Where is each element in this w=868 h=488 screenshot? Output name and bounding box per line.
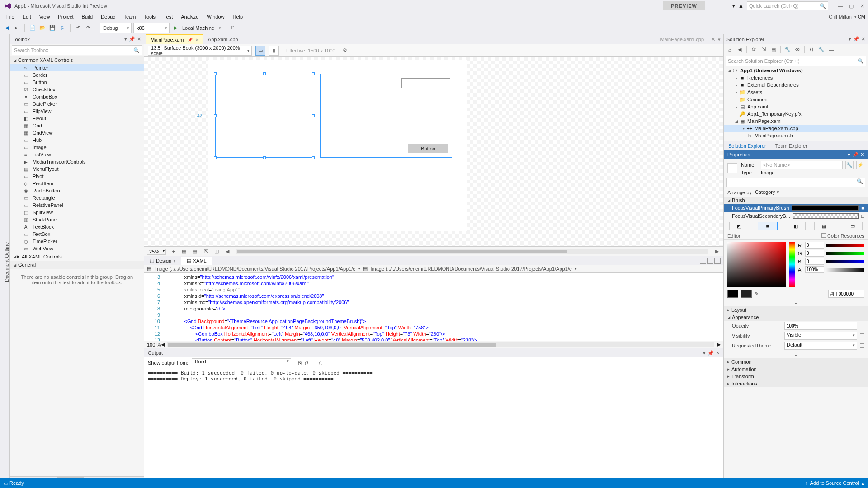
breadcrumb-right[interactable]: Image (../../Users/ericmitt.REDMOND/Docu… [370, 266, 571, 272]
save-all-button[interactable]: ⎘ [58, 24, 66, 32]
wrench-icon[interactable]: 🔧 [845, 161, 854, 169]
show-all-icon[interactable]: ▤ [769, 46, 778, 54]
toolbox-item-listview[interactable]: ≡ListView [10, 151, 144, 158]
expand-icon[interactable]: ▸ [734, 90, 739, 94]
cat-transform[interactable]: Transform [724, 373, 868, 380]
cat-common[interactable]: Common [724, 358, 868, 366]
arrow-left-icon[interactable]: ◀ [161, 342, 165, 347]
doc-tab-preview[interactable]: MainPage.xaml.cpp [656, 34, 708, 44]
a-input[interactable] [805, 266, 824, 273]
brush-primary[interactable]: FocusVisualPrimaryBrush ■ [724, 204, 868, 212]
open-button[interactable]: 📂 [38, 24, 47, 32]
chevron-down-icon[interactable]: ▾ [854, 14, 857, 19]
expand-chevron-icon[interactable]: ⌄ [724, 351, 868, 358]
toolbox-item-gridview[interactable]: ▦GridView [10, 129, 144, 136]
arrow-left-icon[interactable]: ◀ [224, 248, 231, 255]
close-icon[interactable]: ✕ [860, 152, 864, 158]
tree-node[interactable]: ▸■References [724, 74, 868, 81]
menu-edit[interactable]: Edit [19, 13, 35, 21]
solution-search[interactable]: Search Solution Explorer (Ctrl+;) 🔍 [726, 56, 866, 66]
source-control-button[interactable]: Add to Source Control [810, 480, 859, 486]
pin-icon[interactable]: 📌 [853, 36, 859, 42]
pin-icon[interactable]: 📌 [188, 38, 193, 42]
grid-icon[interactable]: ▦ [180, 248, 188, 255]
user-avatar-badge[interactable]: CM [858, 14, 865, 19]
expand-icon[interactable]: ▸ [734, 76, 739, 80]
brush-none-tab[interactable]: ◩ [729, 222, 749, 230]
doc-tab-mainpage-xaml[interactable]: MainPage.xaml 📌 ✕ [146, 34, 203, 44]
home-icon[interactable]: ⌂ [726, 46, 734, 54]
wrench-icon[interactable]: 🔧 [817, 46, 826, 54]
snap-lines-icon[interactable]: ⇱ [202, 248, 209, 255]
menu-project[interactable]: Project [54, 13, 77, 21]
panel-menu-icon[interactable]: ▾ [849, 36, 851, 42]
theme-combo[interactable]: Default [784, 342, 857, 350]
xaml-tab[interactable]: ▤ XAML [181, 257, 212, 265]
b-input[interactable] [805, 258, 824, 265]
split-horizontal-button[interactable] [700, 258, 706, 264]
toolbox-item-border[interactable]: ▭Border [10, 71, 144, 79]
solution-tree[interactable]: ◢⎔App1 (Universal Windows)▸■References▸■… [724, 67, 868, 141]
maximize-button[interactable]: ▢ [847, 2, 855, 10]
toolbox-group-all[interactable]: ▸ All XAML Controls [10, 252, 144, 261]
code-icon[interactable]: ⟨⟩ [807, 46, 816, 54]
events-icon[interactable]: ⚡ [856, 161, 864, 169]
expand-icon[interactable]: ▸ [734, 105, 739, 109]
toolbox-search[interactable]: Search Toolbox 🔍 [12, 45, 142, 55]
code-zoom-label[interactable]: 100 % [147, 342, 161, 347]
close-icon[interactable]: ✕ [137, 36, 141, 42]
quick-launch-input[interactable]: Quick Launch (Ctrl+Q) 🔍 [747, 1, 828, 10]
snap-icon[interactable]: ▤ [191, 248, 198, 255]
toolbox-item-pivot[interactable]: ▭Pivot [10, 173, 144, 180]
fit-icon[interactable]: ⊞ [170, 248, 177, 255]
split-vertical-button[interactable] [707, 258, 713, 264]
prop-marker[interactable] [860, 333, 864, 338]
extra-tool-icon[interactable]: ⚐ [229, 24, 237, 32]
button-element[interactable]: Button [408, 144, 448, 153]
tree-node[interactable]: ▸📁Assets [724, 89, 868, 96]
toolbox-item-pivotitem[interactable]: ◇PivotItem [10, 180, 144, 187]
toolbox-item-pointer[interactable]: ↖Pointer [10, 64, 144, 71]
run-target-label[interactable]: Local Machine [181, 25, 217, 31]
brush-solid-tab[interactable]: ■ [758, 222, 778, 230]
brush-tile-tab[interactable]: ▦ [814, 222, 834, 230]
menu-view[interactable]: View [36, 13, 54, 21]
zoom-combo[interactable]: 25% [147, 249, 166, 255]
config-combo[interactable]: Debug [100, 23, 132, 33]
hex-input[interactable] [828, 290, 864, 298]
hue-slider[interactable] [789, 242, 795, 287]
pin-icon[interactable]: 📌 [129, 36, 135, 42]
close-icon[interactable]: ✕ [711, 37, 715, 42]
eyedropper-icon[interactable]: ✎ [755, 291, 759, 297]
toolbox-item-flipview[interactable]: ▭FlipView [10, 108, 144, 115]
design-tab[interactable]: ⬚ Design ↕ [144, 257, 181, 264]
chevron-down-icon[interactable]: ▾ [219, 26, 221, 30]
toolbox-item-mediatransportcontrols[interactable]: ▶MediaTransportControls [10, 158, 144, 165]
menu-team[interactable]: Team [120, 13, 140, 21]
tab-menu-icon[interactable]: ▾ [718, 37, 721, 42]
undo-button[interactable]: ↶ [74, 24, 82, 32]
properties-icon[interactable]: 🔧 [783, 46, 792, 54]
publish-icon[interactable]: ↑ [805, 480, 807, 486]
toolbox-item-stackpanel[interactable]: ▥StackPanel [10, 216, 144, 223]
menu-file[interactable]: File [3, 13, 18, 21]
menu-debug[interactable]: Debug [97, 13, 119, 21]
artboard[interactable]: 116 42 Button [208, 60, 467, 231]
code-editor[interactable]: 34567891011121314 xmlns="http://schemas.… [144, 273, 723, 341]
opacity-input[interactable] [784, 322, 857, 330]
sync-icon[interactable]: ⟳ [750, 46, 758, 54]
expand-icon[interactable]: ▸ [741, 127, 746, 131]
arrow-right-icon[interactable]: ▶ [713, 248, 721, 255]
expand-icon[interactable]: ▸ [734, 83, 739, 87]
code-hscroll[interactable] [167, 342, 714, 347]
menu-help[interactable]: Help [229, 13, 247, 21]
side-tab-document-outline[interactable]: Document Outline [4, 242, 9, 282]
menu-test[interactable]: Test [160, 13, 176, 21]
nav-back-button[interactable]: ◀ [3, 24, 11, 32]
toggle-icon[interactable]: ◫ [213, 248, 220, 255]
pin-icon[interactable]: 📌 [708, 350, 714, 356]
start-debug-button[interactable]: ▶ [171, 24, 179, 32]
code-content[interactable]: xmlns="http://schemas.microsoft.com/winf… [163, 273, 477, 341]
toolbox-item-combobox[interactable]: ▾ComboBox [10, 93, 144, 100]
new-button[interactable]: 📄 [28, 24, 37, 32]
